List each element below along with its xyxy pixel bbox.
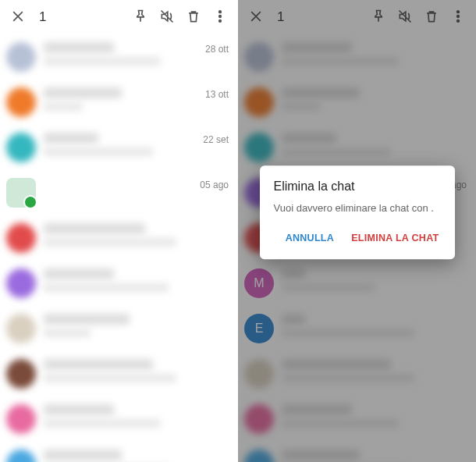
mute-icon (159, 9, 175, 27)
chat-row[interactable] (0, 261, 238, 306)
chat-row[interactable]: M (238, 261, 476, 306)
chat-title (44, 42, 114, 53)
chat-subtitle (282, 374, 414, 382)
delete-button[interactable] (418, 4, 445, 30)
chat-row[interactable]: E (238, 306, 476, 351)
chat-main (282, 268, 454, 292)
delete-button[interactable] (180, 4, 207, 30)
svg-point-1 (219, 15, 222, 17)
pin-icon (133, 9, 148, 27)
dialog-message: Vuoi davvero eliminare la chat con . (274, 202, 441, 216)
left-panel: 1 28 ott13 ott22 set05 ago (0, 0, 238, 462)
chat-main (282, 314, 454, 337)
chat-row[interactable] (0, 396, 238, 442)
chat-main (44, 450, 216, 462)
chat-subtitle (282, 147, 391, 156)
chat-main (282, 133, 454, 156)
chat-subtitle (44, 419, 161, 428)
chat-subtitle (44, 329, 91, 337)
chat-title (282, 87, 360, 98)
chat-title (44, 87, 122, 98)
chat-date: 13 ott (205, 87, 229, 100)
avatar (6, 87, 36, 117)
chat-row[interactable]: 13 ott (0, 80, 238, 125)
chat-row[interactable] (238, 351, 476, 396)
svg-point-4 (457, 15, 460, 17)
avatar-selected (6, 178, 36, 208)
chat-main (44, 42, 193, 66)
more-vert-icon (212, 9, 228, 27)
chat-main (282, 42, 454, 66)
confirm-delete-button[interactable]: ELIMINA LA CHAT (350, 228, 440, 248)
chat-main (44, 223, 216, 247)
avatar: E (244, 314, 274, 343)
chat-row[interactable] (0, 442, 238, 462)
chat-title (44, 314, 130, 325)
avatar (6, 133, 36, 162)
chat-subtitle (282, 57, 399, 66)
chat-row[interactable] (238, 34, 476, 80)
selection-toolbar: 1 (0, 0, 238, 34)
chat-title (44, 268, 114, 279)
avatar (6, 450, 36, 462)
chat-row[interactable]: 28 ott (0, 34, 238, 80)
chat-row[interactable] (0, 215, 238, 261)
chat-subtitle (282, 419, 399, 428)
chat-list[interactable]: 28 ott13 ott22 set05 ago (0, 34, 238, 462)
svg-point-3 (457, 10, 460, 12)
close-icon (10, 9, 26, 27)
close-selection-button[interactable] (243, 4, 269, 30)
trash-icon (424, 9, 439, 27)
cancel-button[interactable]: ANNULLA (284, 228, 336, 248)
chat-row[interactable] (238, 442, 476, 462)
chat-row[interactable] (0, 351, 238, 396)
pin-button[interactable] (127, 4, 154, 30)
selection-toolbar: 1 (238, 0, 476, 34)
chat-main (44, 268, 216, 292)
avatar (244, 450, 274, 462)
chat-row[interactable]: 22 set (0, 125, 238, 170)
chat-main (282, 404, 454, 428)
chat-title (282, 133, 336, 144)
chat-row[interactable]: 05 ago (0, 170, 238, 215)
close-selection-button[interactable] (5, 4, 31, 30)
chat-subtitle (44, 374, 176, 382)
chat-subtitle (44, 238, 176, 247)
avatar (244, 359, 274, 389)
chat-main (44, 359, 216, 382)
avatar (6, 223, 36, 253)
chat-title (44, 133, 98, 144)
pin-icon (371, 9, 386, 27)
pin-button[interactable] (365, 4, 392, 30)
chat-subtitle (282, 329, 414, 337)
chat-title (282, 450, 360, 460)
chat-subtitle (44, 283, 169, 292)
delete-chat-dialog: Elimina la chat Vuoi davvero eliminare l… (260, 166, 455, 260)
chat-row[interactable] (0, 306, 238, 351)
more-button[interactable] (445, 4, 471, 30)
avatar (244, 133, 274, 162)
chat-title (282, 314, 305, 325)
chat-main (282, 450, 454, 462)
mute-button[interactable] (392, 4, 418, 30)
chat-date: 22 set (203, 133, 229, 145)
more-vert-icon (450, 9, 466, 27)
mute-button[interactable] (154, 4, 180, 30)
chat-row[interactable] (238, 396, 476, 442)
more-button[interactable] (207, 4, 233, 30)
chat-main (282, 359, 454, 382)
chat-row[interactable] (238, 125, 476, 170)
avatar (6, 359, 36, 389)
chat-title (44, 359, 153, 370)
chat-subtitle (44, 102, 83, 111)
chat-title (282, 268, 305, 279)
dialog-actions: ANNULLA ELIMINA LA CHAT (274, 228, 441, 253)
avatar (6, 404, 36, 434)
chat-date: 28 ott (205, 42, 229, 55)
chat-title (44, 404, 114, 415)
chat-row[interactable] (238, 80, 476, 125)
avatar (244, 404, 274, 434)
avatar (6, 314, 36, 343)
chat-main (44, 404, 216, 428)
chat-main (282, 87, 454, 111)
